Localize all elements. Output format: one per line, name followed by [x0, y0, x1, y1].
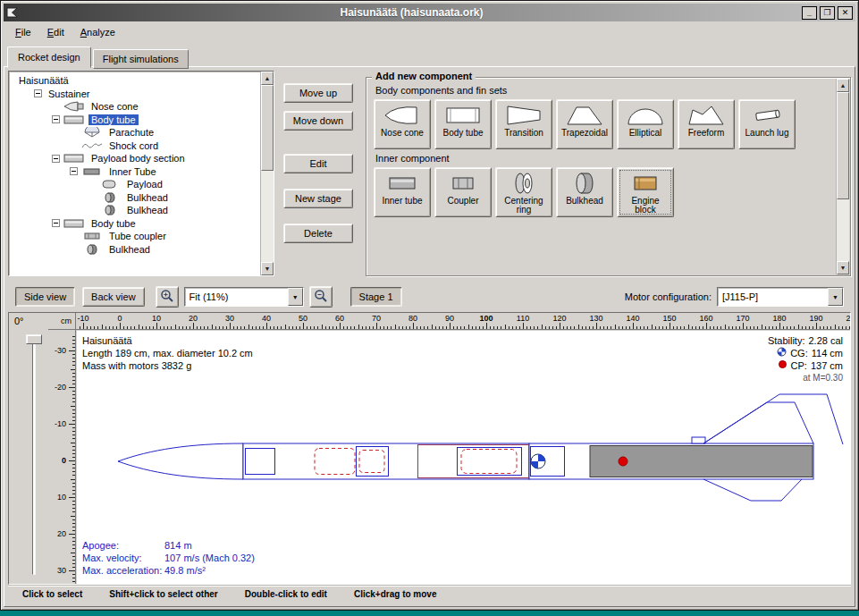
ruler-tick — [175, 325, 176, 329]
ruler-tick — [354, 326, 355, 329]
new-stage-button[interactable]: New stage — [283, 189, 353, 208]
tab-flight-simulations[interactable]: Flight simulations — [93, 49, 189, 69]
menu-edit[interactable]: Edit — [39, 24, 72, 40]
ruler-tick — [263, 326, 264, 329]
rotation-slider-track[interactable] — [32, 336, 36, 575]
palette-button-trapezoidal[interactable]: Trapezoidal — [556, 99, 613, 149]
tree-item-nose-cone[interactable]: Nose cone — [9, 100, 274, 114]
ruler-tick — [490, 326, 491, 329]
palette-button-engine-block[interactable]: Engine block — [617, 167, 674, 217]
palette-button-transition[interactable]: Transition — [495, 99, 552, 149]
titlebar[interactable]: Haisunäätä (haisunaata.ork) _ ❐ ✕ — [4, 4, 855, 21]
stage-1-toggle[interactable]: Stage 1 — [350, 287, 402, 307]
ruler-tick — [413, 323, 414, 329]
palette-button-nose-cone[interactable]: Nose cone — [374, 99, 431, 149]
menu-file[interactable]: File — [7, 24, 39, 40]
ruler-tick — [526, 326, 527, 329]
status-hint-click-to-select: Click to select — [22, 589, 82, 599]
palette-button-centering-ring[interactable]: Centering ring — [495, 167, 552, 217]
palette-scrollbar-thumb[interactable] — [837, 92, 849, 199]
ruler-tick — [659, 326, 660, 329]
tree-scrollbar-track[interactable] — [261, 85, 274, 262]
move-up-button[interactable]: Move up — [283, 83, 353, 103]
ruler-tick — [325, 326, 326, 329]
tree-item-sustainer[interactable]: Sustainer — [9, 88, 274, 101]
rocket-view-area: 0° cm -100102030405060708090100110120130… — [8, 312, 851, 585]
tree-item-haisun-t[interactable]: Haisunäätä — [9, 74, 274, 88]
ruler-tick — [207, 326, 208, 329]
combo-arrow-icon[interactable]: ▼ — [288, 288, 303, 306]
tree-expander-icon[interactable] — [52, 115, 60, 123]
ruler-tick — [72, 504, 75, 505]
scroll-up-icon[interactable]: ▲ — [837, 79, 849, 92]
tree-item-payload-body-section[interactable]: Payload body section — [9, 152, 274, 165]
palette-scrollbar[interactable]: ▲ ▼ — [836, 79, 849, 274]
ruler-tick — [512, 326, 513, 329]
tree-item-inner-tube[interactable]: Inner Tube — [9, 165, 274, 179]
innertube-icon — [383, 171, 422, 195]
tree-expander-icon[interactable] — [52, 219, 60, 227]
ruler-tick — [743, 323, 744, 329]
tree-item-body-tube[interactable]: Body tube — [9, 114, 274, 127]
scroll-up-icon[interactable]: ▲ — [261, 72, 274, 85]
zoom-in-button[interactable] — [156, 286, 179, 308]
tab-rocket-design[interactable]: Rocket design — [7, 46, 91, 68]
scroll-down-icon[interactable]: ▼ — [837, 261, 849, 274]
zoom-level-combo[interactable]: Fit (11%) ▼ — [184, 287, 304, 307]
ruler-tick — [167, 326, 168, 329]
rocket-canvas[interactable]: Haisunäätä Length 189 cm, max. diameter … — [77, 331, 850, 584]
rotation-slider-handle[interactable] — [26, 334, 42, 344]
tree-item-parachute[interactable]: Parachute — [9, 126, 274, 139]
ruler-tick — [563, 326, 564, 329]
ruler-tick — [640, 326, 641, 329]
ruler-tick — [72, 471, 75, 472]
combo-arrow-icon[interactable]: ▼ — [828, 288, 843, 306]
move-down-button[interactable]: Move down — [283, 111, 353, 131]
tree-scrollbar[interactable]: ▲ ▼ — [260, 72, 274, 275]
ruler-tick — [505, 325, 506, 329]
ruler-label: -30 — [55, 346, 66, 355]
ruler-label: 50 — [299, 314, 307, 323]
ruler-tick — [350, 326, 351, 329]
palette-button-inner-tube[interactable]: Inner tube — [374, 167, 431, 217]
palette-button-coupler[interactable]: Coupler — [434, 167, 492, 217]
palette-scrollbar-track[interactable] — [837, 92, 849, 261]
ruler-tick — [476, 326, 476, 329]
tree-expander-icon[interactable] — [34, 89, 42, 97]
palette-button-body-tube[interactable]: Body tube — [434, 99, 492, 149]
tree-item-tube-coupler[interactable]: Tube coupler — [9, 230, 274, 243]
ruler-tick — [134, 326, 135, 329]
tree-expander-icon[interactable] — [70, 167, 78, 175]
tree-item-shock-cord[interactable]: Shock cord — [9, 139, 274, 153]
delete-button[interactable]: Delete — [283, 224, 353, 243]
tree-item-label: Bulkhead — [124, 205, 171, 215]
ruler-tick — [296, 326, 297, 329]
ruler-tick — [72, 490, 75, 491]
ruler-tick — [160, 326, 161, 329]
ruler-tick — [72, 438, 75, 439]
minimize-button[interactable]: _ — [802, 6, 817, 20]
tree-item-bulkhead[interactable]: Bulkhead — [9, 243, 274, 257]
scroll-down-icon[interactable]: ▼ — [261, 262, 274, 275]
ruler-tick — [542, 325, 543, 329]
zoom-out-button[interactable] — [309, 286, 333, 308]
ruler-tick — [72, 475, 75, 476]
menu-analyze[interactable]: Analyze — [72, 24, 123, 40]
edit-button[interactable]: Edit — [283, 154, 353, 173]
palette-button-bulkhead[interactable]: Bulkhead — [556, 167, 613, 217]
tree-item-bulkhead[interactable]: Bulkhead — [9, 191, 274, 205]
palette-button-elliptical[interactable]: Elliptical — [617, 99, 674, 149]
maximize-button[interactable]: ❐ — [820, 6, 835, 20]
palette-button-launch-lug[interactable]: Launch lug — [738, 99, 796, 149]
tree-item-bulkhead[interactable]: Bulkhead — [9, 204, 274, 217]
palette-button-freeform[interactable]: Freeform — [678, 99, 735, 149]
tree-expander-icon[interactable] — [52, 155, 60, 163]
motor-configuration-combo[interactable]: [J115-P] ▼ — [717, 287, 844, 307]
close-button[interactable]: ✕ — [838, 6, 853, 20]
tree-item-body-tube[interactable]: Body tube — [9, 217, 274, 231]
back-view-button[interactable]: Back view — [82, 287, 145, 307]
tree-item-payload[interactable]: Payload — [9, 178, 274, 191]
side-view-button[interactable]: Side view — [15, 287, 75, 307]
tree-scrollbar-thumb[interactable] — [261, 85, 274, 171]
rocket-name: Haisunäätä — [82, 334, 253, 347]
